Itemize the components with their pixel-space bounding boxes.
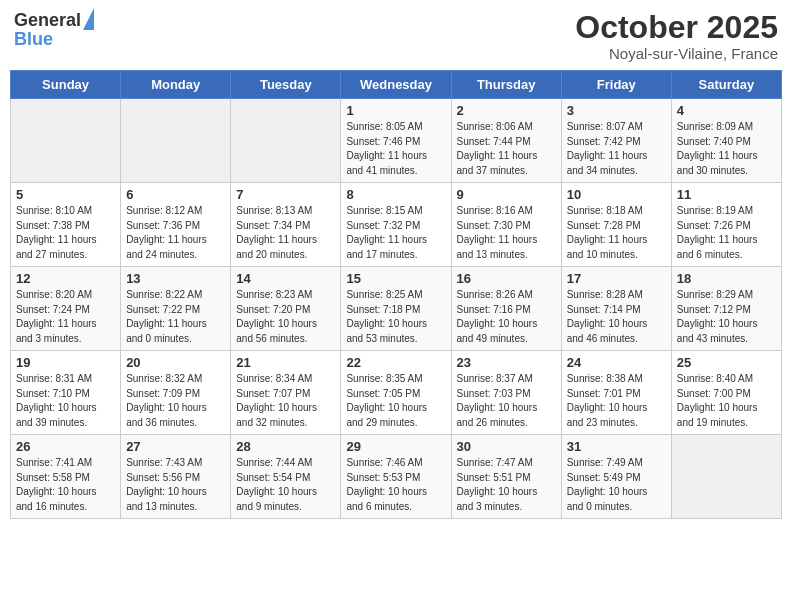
calendar-cell: 3Sunrise: 8:07 AM Sunset: 7:42 PM Daylig… — [561, 99, 671, 183]
calendar-week-1: 1Sunrise: 8:05 AM Sunset: 7:46 PM Daylig… — [11, 99, 782, 183]
calendar-week-5: 26Sunrise: 7:41 AM Sunset: 5:58 PM Dayli… — [11, 435, 782, 519]
day-info: Sunrise: 8:07 AM Sunset: 7:42 PM Dayligh… — [567, 120, 666, 178]
calendar-table: SundayMondayTuesdayWednesdayThursdayFrid… — [10, 70, 782, 519]
calendar-cell: 28Sunrise: 7:44 AM Sunset: 5:54 PM Dayli… — [231, 435, 341, 519]
day-info: Sunrise: 8:12 AM Sunset: 7:36 PM Dayligh… — [126, 204, 225, 262]
day-info: Sunrise: 8:38 AM Sunset: 7:01 PM Dayligh… — [567, 372, 666, 430]
calendar-cell: 23Sunrise: 8:37 AM Sunset: 7:03 PM Dayli… — [451, 351, 561, 435]
day-number: 1 — [346, 103, 445, 118]
location-title: Noyal-sur-Vilaine, France — [575, 45, 778, 62]
calendar-cell: 13Sunrise: 8:22 AM Sunset: 7:22 PM Dayli… — [121, 267, 231, 351]
calendar-cell: 14Sunrise: 8:23 AM Sunset: 7:20 PM Dayli… — [231, 267, 341, 351]
calendar-cell — [231, 99, 341, 183]
day-number: 27 — [126, 439, 225, 454]
day-info: Sunrise: 7:46 AM Sunset: 5:53 PM Dayligh… — [346, 456, 445, 514]
calendar-cell: 12Sunrise: 8:20 AM Sunset: 7:24 PM Dayli… — [11, 267, 121, 351]
day-info: Sunrise: 7:44 AM Sunset: 5:54 PM Dayligh… — [236, 456, 335, 514]
day-info: Sunrise: 8:13 AM Sunset: 7:34 PM Dayligh… — [236, 204, 335, 262]
logo: General Blue — [14, 10, 94, 48]
calendar-cell — [121, 99, 231, 183]
calendar-cell: 10Sunrise: 8:18 AM Sunset: 7:28 PM Dayli… — [561, 183, 671, 267]
day-number: 21 — [236, 355, 335, 370]
logo-icon — [83, 8, 94, 30]
day-number: 11 — [677, 187, 776, 202]
day-number: 25 — [677, 355, 776, 370]
day-info: Sunrise: 8:20 AM Sunset: 7:24 PM Dayligh… — [16, 288, 115, 346]
day-info: Sunrise: 8:35 AM Sunset: 7:05 PM Dayligh… — [346, 372, 445, 430]
day-number: 23 — [457, 355, 556, 370]
day-number: 31 — [567, 439, 666, 454]
day-info: Sunrise: 7:41 AM Sunset: 5:58 PM Dayligh… — [16, 456, 115, 514]
day-number: 3 — [567, 103, 666, 118]
day-number: 19 — [16, 355, 115, 370]
calendar-cell: 5Sunrise: 8:10 AM Sunset: 7:38 PM Daylig… — [11, 183, 121, 267]
day-number: 2 — [457, 103, 556, 118]
day-number: 20 — [126, 355, 225, 370]
day-info: Sunrise: 7:43 AM Sunset: 5:56 PM Dayligh… — [126, 456, 225, 514]
day-number: 9 — [457, 187, 556, 202]
calendar-cell: 9Sunrise: 8:16 AM Sunset: 7:30 PM Daylig… — [451, 183, 561, 267]
calendar-cell: 27Sunrise: 7:43 AM Sunset: 5:56 PM Dayli… — [121, 435, 231, 519]
calendar-cell: 29Sunrise: 7:46 AM Sunset: 5:53 PM Dayli… — [341, 435, 451, 519]
calendar-cell: 7Sunrise: 8:13 AM Sunset: 7:34 PM Daylig… — [231, 183, 341, 267]
calendar-cell — [671, 435, 781, 519]
day-info: Sunrise: 8:28 AM Sunset: 7:14 PM Dayligh… — [567, 288, 666, 346]
day-number: 26 — [16, 439, 115, 454]
day-header-monday: Monday — [121, 71, 231, 99]
day-number: 16 — [457, 271, 556, 286]
month-title: October 2025 — [575, 10, 778, 45]
day-info: Sunrise: 8:06 AM Sunset: 7:44 PM Dayligh… — [457, 120, 556, 178]
calendar-cell: 17Sunrise: 8:28 AM Sunset: 7:14 PM Dayli… — [561, 267, 671, 351]
day-info: Sunrise: 8:26 AM Sunset: 7:16 PM Dayligh… — [457, 288, 556, 346]
day-info: Sunrise: 8:25 AM Sunset: 7:18 PM Dayligh… — [346, 288, 445, 346]
day-header-sunday: Sunday — [11, 71, 121, 99]
day-number: 13 — [126, 271, 225, 286]
day-number: 24 — [567, 355, 666, 370]
day-number: 30 — [457, 439, 556, 454]
day-number: 18 — [677, 271, 776, 286]
calendar-cell: 1Sunrise: 8:05 AM Sunset: 7:46 PM Daylig… — [341, 99, 451, 183]
day-number: 4 — [677, 103, 776, 118]
calendar-cell: 2Sunrise: 8:06 AM Sunset: 7:44 PM Daylig… — [451, 99, 561, 183]
calendar-week-3: 12Sunrise: 8:20 AM Sunset: 7:24 PM Dayli… — [11, 267, 782, 351]
logo-general: General — [14, 11, 81, 29]
day-info: Sunrise: 8:22 AM Sunset: 7:22 PM Dayligh… — [126, 288, 225, 346]
calendar-cell: 26Sunrise: 7:41 AM Sunset: 5:58 PM Dayli… — [11, 435, 121, 519]
day-info: Sunrise: 8:23 AM Sunset: 7:20 PM Dayligh… — [236, 288, 335, 346]
day-number: 22 — [346, 355, 445, 370]
day-header-thursday: Thursday — [451, 71, 561, 99]
logo-blue: Blue — [14, 30, 94, 48]
calendar-cell: 18Sunrise: 8:29 AM Sunset: 7:12 PM Dayli… — [671, 267, 781, 351]
calendar-week-4: 19Sunrise: 8:31 AM Sunset: 7:10 PM Dayli… — [11, 351, 782, 435]
calendar-header-row: SundayMondayTuesdayWednesdayThursdayFrid… — [11, 71, 782, 99]
calendar-cell: 25Sunrise: 8:40 AM Sunset: 7:00 PM Dayli… — [671, 351, 781, 435]
calendar-week-2: 5Sunrise: 8:10 AM Sunset: 7:38 PM Daylig… — [11, 183, 782, 267]
page-header: General Blue October 2025 Noyal-sur-Vila… — [10, 10, 782, 62]
day-number: 28 — [236, 439, 335, 454]
day-info: Sunrise: 8:16 AM Sunset: 7:30 PM Dayligh… — [457, 204, 556, 262]
calendar-cell: 21Sunrise: 8:34 AM Sunset: 7:07 PM Dayli… — [231, 351, 341, 435]
day-info: Sunrise: 8:15 AM Sunset: 7:32 PM Dayligh… — [346, 204, 445, 262]
day-header-saturday: Saturday — [671, 71, 781, 99]
day-info: Sunrise: 8:09 AM Sunset: 7:40 PM Dayligh… — [677, 120, 776, 178]
day-info: Sunrise: 8:32 AM Sunset: 7:09 PM Dayligh… — [126, 372, 225, 430]
day-number: 29 — [346, 439, 445, 454]
day-number: 14 — [236, 271, 335, 286]
day-number: 5 — [16, 187, 115, 202]
day-info: Sunrise: 8:05 AM Sunset: 7:46 PM Dayligh… — [346, 120, 445, 178]
day-info: Sunrise: 7:49 AM Sunset: 5:49 PM Dayligh… — [567, 456, 666, 514]
calendar-cell: 4Sunrise: 8:09 AM Sunset: 7:40 PM Daylig… — [671, 99, 781, 183]
calendar-cell: 24Sunrise: 8:38 AM Sunset: 7:01 PM Dayli… — [561, 351, 671, 435]
day-header-tuesday: Tuesday — [231, 71, 341, 99]
day-info: Sunrise: 8:29 AM Sunset: 7:12 PM Dayligh… — [677, 288, 776, 346]
day-number: 6 — [126, 187, 225, 202]
calendar-cell: 30Sunrise: 7:47 AM Sunset: 5:51 PM Dayli… — [451, 435, 561, 519]
day-number: 10 — [567, 187, 666, 202]
day-header-friday: Friday — [561, 71, 671, 99]
calendar-cell: 22Sunrise: 8:35 AM Sunset: 7:05 PM Dayli… — [341, 351, 451, 435]
calendar-cell: 16Sunrise: 8:26 AM Sunset: 7:16 PM Dayli… — [451, 267, 561, 351]
day-info: Sunrise: 8:34 AM Sunset: 7:07 PM Dayligh… — [236, 372, 335, 430]
title-block: October 2025 Noyal-sur-Vilaine, France — [575, 10, 778, 62]
day-info: Sunrise: 8:31 AM Sunset: 7:10 PM Dayligh… — [16, 372, 115, 430]
calendar-cell — [11, 99, 121, 183]
